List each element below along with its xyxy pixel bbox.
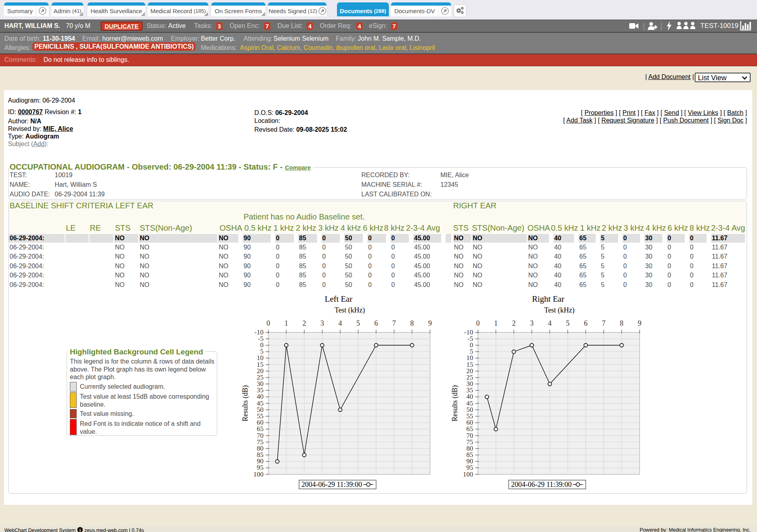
svg-text:1: 1: [494, 319, 498, 327]
svg-text:2004-06-29 11:39:00: 2004-06-29 11:39:00: [511, 481, 572, 488]
svg-text:8: 8: [410, 319, 414, 327]
svg-text:4: 4: [339, 319, 342, 327]
svg-text:Results (dB): Results (dB): [241, 385, 250, 421]
svg-text:4: 4: [548, 319, 552, 327]
svg-text:2004-06-29 11:39:00: 2004-06-29 11:39:00: [301, 481, 362, 488]
svg-text:0: 0: [476, 319, 480, 327]
svg-text:9: 9: [638, 319, 642, 327]
svg-text:7: 7: [392, 319, 396, 327]
svg-text:6: 6: [584, 319, 588, 327]
svg-text:8: 8: [620, 319, 624, 327]
svg-text:i: i: [79, 528, 81, 532]
svg-text:3: 3: [530, 319, 534, 327]
svg-text:100: 100: [254, 471, 264, 478]
svg-text:100: 100: [463, 471, 474, 478]
svg-text:2: 2: [512, 319, 516, 327]
svg-text:3: 3: [321, 319, 324, 327]
svg-text:Test (kHz): Test (kHz): [335, 306, 365, 314]
svg-text:5: 5: [566, 319, 570, 327]
svg-text:Right Ear: Right Ear: [532, 294, 564, 304]
svg-text:7: 7: [602, 319, 606, 327]
svg-text:2: 2: [303, 319, 306, 327]
svg-text:6: 6: [375, 319, 378, 327]
svg-text:0: 0: [267, 319, 270, 327]
svg-text:Results (dB): Results (dB): [451, 385, 459, 421]
svg-text:Test (kHz): Test (kHz): [544, 306, 575, 314]
svg-text:1: 1: [285, 319, 288, 327]
svg-text:5: 5: [357, 319, 360, 327]
svg-text:Left Ear: Left Ear: [325, 294, 352, 304]
svg-text:9: 9: [428, 319, 432, 327]
